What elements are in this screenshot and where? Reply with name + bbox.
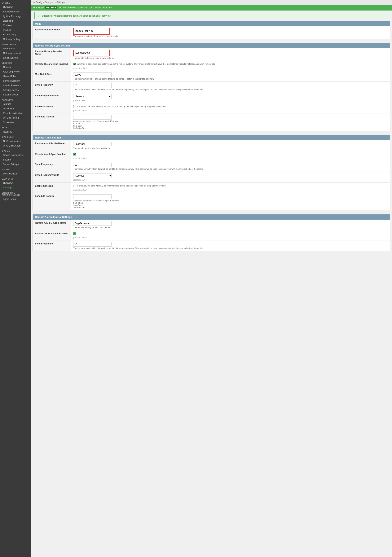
sidebar-item-local-devices[interactable]: Local Devices	[0, 171, 31, 176]
schedule-input-remote_audit-5[interactable]	[73, 194, 112, 199]
form-value-remote_audit-3: SecondsMinutesHours(default: SEC)	[71, 172, 390, 182]
sidebar-item-projects[interactable]: Projects	[0, 28, 31, 32]
form-value-remote_alarm_journal-2: The frequency with which data will be se…	[71, 240, 390, 251]
sidebar-item-journal[interactable]: Journal	[0, 102, 31, 106]
checkbox-remote_alarm_journal-1[interactable]	[73, 232, 76, 235]
sidebar-item-security[interactable]: Security	[0, 157, 31, 162]
form-label-remote_alarm_journal-0: Remote Alarm Journal Name	[33, 220, 71, 230]
form-value-remote_audit-5: A comma separated list of time ranges. E…	[71, 193, 390, 210]
section-remote_history_sync: Remote History Sync SettingsRemote Histo…	[33, 43, 390, 131]
sidebar-item-redundancy[interactable]: Redundancy	[0, 32, 31, 37]
form-row-remote_history_sync-5: Enable ScheduleIf enabled, the data will…	[33, 103, 390, 114]
sidebar-item-service-security[interactable]: Service Security	[0, 79, 31, 83]
form-value-remote_history_sync-6: A comma separated list of time ranges. E…	[71, 114, 390, 131]
schedule-input-remote_history_sync-6[interactable]	[73, 115, 112, 120]
trial-banner: Trial Mode 0:19:53 We're glad you're tes…	[31, 5, 392, 10]
section-remote_alarm_journal: Remote Alarm Journal SettingsRemote Alar…	[33, 214, 390, 251]
form-row-remote_history_sync-0: Remote History Provider NameThe remote h…	[33, 48, 390, 61]
sidebar-item-notification[interactable]: Notification	[0, 106, 31, 111]
sidebar-item-licensing[interactable]: Licensing	[0, 18, 31, 23]
input-remote_history_sync-3[interactable]	[73, 83, 112, 88]
default-remote_history_sync-5: (default: false)	[73, 109, 87, 112]
sidebar: SYSTEMOverviewBackup/RestoreIgnition Exc…	[0, 0, 31, 557]
sidebar-item-remote-notification[interactable]: Remote Notification	[0, 111, 31, 115]
sidebar-item-opc-quick-client[interactable]: OPC Quick Client	[0, 143, 31, 148]
sidebar-item-schedules[interactable]: Schedules	[0, 120, 31, 125]
form-row-remote_audit-5: Schedule PatternA comma separated list o…	[33, 193, 390, 210]
sidebar-item-backup-restore[interactable]: Backup/Restore	[0, 9, 31, 14]
sidebar-section-security: SECURITY	[0, 60, 31, 65]
sidebar-item-gateway-settings[interactable]: Gateway Settings	[0, 37, 31, 41]
sidebar-item-overview[interactable]: Overview	[0, 181, 31, 185]
select-remote_audit-3[interactable]: SecondsMinutesHours	[73, 173, 112, 178]
input-remote_history_sync-0[interactable]	[74, 51, 109, 55]
sidebar-item-security-levels[interactable]: Security Levels	[0, 88, 31, 92]
form-row-remote_audit-0: Remote Audit Profile NameThe remote audi…	[33, 140, 390, 151]
input-remote_audit-2[interactable]	[73, 163, 112, 167]
form-label-remote_audit-0: Remote Audit Profile Name	[33, 140, 71, 151]
description-remote_history_sync-2: The maximum number of data points that w…	[73, 78, 388, 80]
sidebar-item-ignition-exchange[interactable]: Ignition Exchange	[0, 14, 31, 18]
breadcrumb: ⚙ Config › Datasync › Settings	[31, 0, 392, 5]
form-row-remote_history_sync-6: Schedule PatternA comma separated list o…	[33, 114, 390, 131]
checkbox-remote_audit-1[interactable]	[73, 153, 76, 156]
sidebar-item-gateway-network[interactable]: Gateway Network	[0, 51, 31, 56]
form-row-remote_alarm_journal-2: Sync FrequencyThe frequency with which d…	[33, 240, 390, 251]
form-value-remote_history_sync-0: The remote history provider to sync data…	[71, 48, 390, 61]
sidebar-item-settings[interactable]: Settings	[0, 185, 31, 190]
sidebar-item-audit-log-viewer[interactable]: Audit Log Viewer	[0, 69, 31, 74]
input-remote_alarm_journal-0[interactable]	[73, 221, 112, 226]
content-area: ✔ Successfully updated Remote Tag Sync s…	[31, 10, 392, 259]
select-remote_history_sync-4[interactable]: SecondsMinutesHours	[73, 94, 112, 99]
schedule-desc-remote_audit-5: A comma separated list of time ranges. E…	[73, 199, 388, 209]
default-remote_alarm_journal-1: (default: false)	[73, 237, 87, 239]
sidebar-item-users-roles[interactable]: Users, Roles	[0, 74, 31, 79]
checkbox-desc-remote_history_sync-5: If enabled, the data will only be synchr…	[77, 105, 166, 107]
breadcrumb-datasync[interactable]: Datasync	[45, 1, 54, 4]
input-remote_audit-0[interactable]	[73, 142, 112, 146]
success-icon: ✔	[38, 14, 40, 18]
input-remote_history_sync-2[interactable]	[73, 73, 112, 77]
sidebar-section-alarming: ALARMING	[0, 97, 31, 102]
section-header-remote_history_sync: Remote History Sync Settings	[33, 43, 390, 48]
form-row-remote_history_sync-4: Sync Frequency UnitsSecondsMinutesHours(…	[33, 92, 390, 103]
sidebar-item-agent-setup[interactable]: Agent Setup	[0, 197, 31, 201]
sidebar-item-on-call-rosters[interactable]: On-Call Rosters	[0, 115, 31, 120]
checkbox-remote_audit-4[interactable]	[73, 185, 76, 187]
sidebar-item-realtime[interactable]: Realtime	[0, 130, 31, 134]
sidebar-item-identity-providers[interactable]: Identity Providers	[0, 83, 31, 88]
sidebar-item-email-settings[interactable]: Email Settings	[0, 56, 31, 60]
default-remote_history_sync-4: (default: SEC)	[73, 99, 388, 102]
form-value-remote_audit-4: If enabled, the data will only be synchr…	[71, 183, 390, 193]
form-row-main-0: Remote Gateway NameThe gateway to target…	[33, 26, 390, 39]
input-main-0[interactable]	[74, 29, 109, 33]
sidebar-item-security-zones[interactable]: Security Zones	[0, 92, 31, 97]
form-value-remote_audit-1: (default: false)	[71, 151, 390, 161]
success-message: ✔ Successfully updated Remote Tag Sync s…	[34, 12, 388, 19]
sidebar-item-web-server[interactable]: Web Server	[0, 46, 31, 51]
sidebar-item-modules[interactable]: Modules	[0, 23, 31, 28]
form-label-remote_audit-2: Sync Frequency	[33, 161, 71, 172]
form-row-remote_audit-4: Enable ScheduleIf enabled, the data will…	[33, 183, 390, 193]
section-main: MainRemote Gateway NameThe gateway to ta…	[33, 21, 390, 39]
form-row-remote_audit-3: Sync Frequency UnitsSecondsMinutesHours(…	[33, 172, 390, 183]
config-icon: ⚙	[33, 1, 35, 4]
trial-message: We're glad you're test driving our softw…	[59, 6, 113, 9]
sidebar-item-general[interactable]: General	[0, 65, 31, 69]
input-remote_alarm_journal-2[interactable]	[73, 242, 112, 246]
checkbox-remote_history_sync-1[interactable]	[73, 63, 76, 66]
form-value-remote_history_sync-5: If enabled, the data will only be synchr…	[71, 103, 390, 113]
sidebar-section-bacnet: BACNET	[0, 167, 31, 171]
section-header-remote_alarm_journal: Remote Alarm Journal Settings	[33, 214, 390, 220]
breadcrumb-config[interactable]: Config	[36, 1, 42, 4]
form-value-remote_audit-0: The remote audit profile to sync data to…	[71, 140, 390, 151]
sidebar-item-opc-connections[interactable]: OPC Connections	[0, 139, 31, 143]
description-remote_alarm_journal-0: The remote alarm journal to sync data to…	[73, 226, 388, 229]
form-label-remote_alarm_journal-1: Remote Journal Sync Enabled	[33, 230, 71, 240]
description-remote_history_sync-0: The remote history provider to sync data…	[73, 57, 388, 59]
sidebar-item-overview[interactable]: Overview	[0, 5, 31, 9]
checkbox-remote_history_sync-5[interactable]	[73, 105, 76, 108]
sidebar-item-server-settings[interactable]: Server Settings	[0, 162, 31, 167]
default-remote_history_sync-1: (default: false)	[73, 67, 87, 69]
sidebar-item-device-connections[interactable]: Device Connections	[0, 153, 31, 157]
